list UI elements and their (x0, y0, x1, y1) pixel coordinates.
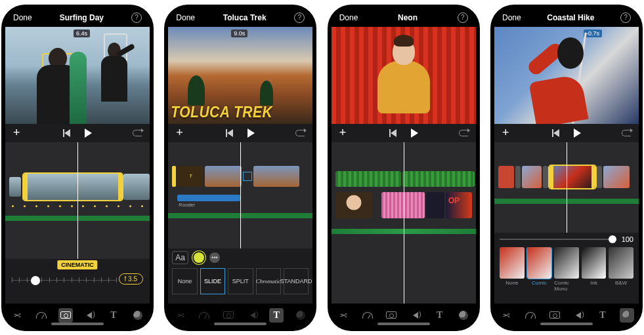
play-button[interactable] (411, 128, 418, 138)
timeline[interactable]: OP (332, 142, 476, 304)
audio-clip[interactable]: Rooster (177, 195, 240, 201)
cut-tool[interactable] (173, 308, 188, 323)
transition-slide[interactable]: SLIDE (200, 268, 225, 294)
text-tool[interactable]: T (269, 308, 284, 323)
audio-tool[interactable] (246, 308, 260, 323)
timeline[interactable] (5, 142, 150, 259)
transition-node[interactable] (243, 172, 252, 181)
video-clip[interactable] (253, 166, 299, 187)
playhead[interactable] (77, 142, 78, 259)
text-tool[interactable]: T (106, 308, 121, 323)
speed-tool[interactable] (360, 308, 375, 323)
trim-handle-left[interactable] (24, 174, 28, 200)
playhead[interactable] (240, 142, 241, 248)
video-preview[interactable]: 6.4s (5, 27, 150, 124)
skip-back-button[interactable] (389, 129, 397, 137)
transition-split[interactable]: SPLIT (228, 268, 253, 294)
overlay-clip[interactable] (381, 192, 425, 218)
filter-none[interactable]: None (500, 247, 525, 292)
transition-gap[interactable] (515, 166, 521, 188)
done-button[interactable]: Done (176, 13, 195, 22)
skip-back-button[interactable] (63, 129, 70, 137)
transition-standard[interactable]: STANDARD (284, 268, 309, 294)
help-icon[interactable]: ? (620, 12, 631, 23)
play-button[interactable] (85, 128, 92, 138)
speed-tool[interactable] (34, 308, 49, 323)
fstop-value[interactable]: f 3.5 (119, 273, 143, 285)
camera-tool[interactable] (547, 308, 562, 323)
audio-tool[interactable] (408, 308, 423, 323)
speed-tool[interactable] (523, 308, 538, 323)
more-options-button[interactable]: ••• (209, 252, 220, 263)
help-icon[interactable]: ? (458, 12, 468, 23)
filter-comic[interactable]: Comic (527, 247, 552, 292)
transition-chromatic[interactable]: Chromatic (256, 268, 281, 294)
slider-thumb[interactable] (609, 235, 616, 243)
clip-marker[interactable] (172, 166, 176, 187)
audio-tool[interactable] (82, 308, 97, 323)
depth-slider[interactable] (12, 275, 117, 286)
color-swatch-yellow[interactable] (194, 252, 204, 263)
slider-thumb[interactable] (31, 276, 40, 285)
title-clip[interactable]: T (177, 166, 204, 187)
video-clip[interactable] (603, 166, 630, 188)
cut-tool[interactable] (10, 308, 24, 323)
filter-bw[interactable]: B&W (609, 247, 633, 292)
add-media-button[interactable]: + (339, 126, 347, 140)
video-preview[interactable]: 9.0s TOLUCA TREK (168, 27, 312, 124)
transition-gap[interactable] (543, 166, 548, 188)
timeline[interactable]: T Rooster (168, 142, 312, 248)
trim-handle-right[interactable] (118, 174, 122, 200)
help-icon[interactable]: ? (294, 12, 305, 23)
effects-tool[interactable] (620, 308, 634, 323)
skip-back-button[interactable] (552, 129, 559, 137)
video-clip-selected[interactable] (549, 166, 595, 188)
trim-handle-right[interactable] (591, 166, 595, 188)
text-style-button[interactable]: Aa (172, 251, 188, 264)
cut-tool[interactable] (499, 308, 513, 323)
play-button[interactable] (247, 128, 255, 138)
video-preview[interactable] (332, 27, 476, 124)
filter-intensity-slider[interactable]: 100 (500, 235, 633, 243)
add-media-button[interactable]: + (502, 126, 509, 140)
undo-button[interactable] (622, 130, 631, 136)
overlay-clip[interactable] (426, 192, 444, 218)
title-overlay[interactable]: TOLUCA TREK (171, 103, 310, 120)
camera-tool[interactable] (221, 308, 236, 323)
effects-tool[interactable] (131, 308, 145, 323)
video-preview[interactable]: -0.7s (494, 27, 639, 124)
clip-thumb[interactable] (9, 177, 21, 197)
filter-ink[interactable]: Ink (582, 247, 607, 292)
camera-tool[interactable] (384, 308, 398, 323)
cut-tool[interactable] (336, 308, 351, 323)
video-clip[interactable] (123, 174, 150, 200)
transition-gap[interactable] (597, 166, 602, 188)
audio-tool[interactable] (571, 308, 586, 323)
greenscreen-clip[interactable] (402, 171, 475, 187)
undo-button[interactable] (459, 130, 468, 136)
playhead[interactable] (567, 142, 567, 233)
trim-handle-left[interactable] (549, 166, 553, 188)
text-tool[interactable]: T (433, 308, 447, 323)
camera-tool[interactable] (58, 308, 73, 323)
play-button[interactable] (574, 128, 581, 138)
filter-comic-mono[interactable]: Comic Mono (554, 247, 579, 292)
speed-tool[interactable] (197, 308, 211, 323)
overlay-clip[interactable]: OP (446, 192, 472, 218)
greenscreen-clip[interactable] (335, 171, 401, 187)
effects-tool[interactable] (293, 308, 308, 323)
add-media-button[interactable]: + (13, 126, 20, 140)
video-clip[interactable] (205, 166, 242, 187)
text-tool[interactable]: T (595, 308, 610, 323)
help-icon[interactable]: ? (131, 12, 142, 23)
skip-back-button[interactable] (226, 129, 233, 137)
add-media-button[interactable]: + (176, 126, 183, 140)
video-clip[interactable] (498, 166, 514, 188)
video-clip[interactable] (522, 166, 542, 188)
undo-button[interactable] (133, 130, 142, 136)
transition-none[interactable]: None (172, 268, 197, 294)
done-button[interactable]: Done (502, 13, 521, 22)
cutaway-clip[interactable] (335, 192, 372, 218)
done-button[interactable]: Done (339, 13, 358, 22)
effects-tool[interactable] (456, 308, 471, 323)
